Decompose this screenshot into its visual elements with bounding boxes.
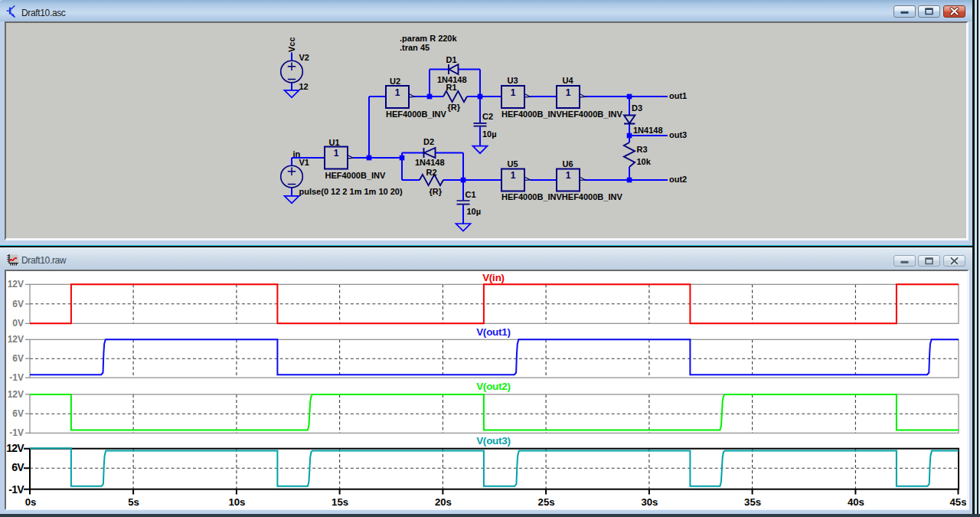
svg-text:D1: D1 — [446, 55, 457, 64]
svg-text:6V: 6V — [12, 299, 24, 309]
svg-text:12V: 12V — [8, 334, 24, 345]
svg-text:V(out2): V(out2) — [476, 381, 511, 392]
svg-text:V1: V1 — [299, 158, 309, 167]
svg-text:6V: 6V — [11, 461, 24, 473]
svg-text:12V: 12V — [6, 442, 24, 454]
svg-text:out1: out1 — [669, 91, 687, 100]
svg-text:-1V: -1V — [9, 427, 24, 438]
svg-text:5s: 5s — [128, 496, 139, 508]
svg-text:Vcc: Vcc — [287, 37, 296, 52]
svg-text:V2: V2 — [299, 53, 309, 62]
svg-text:C2: C2 — [482, 112, 493, 121]
svg-text:pulse(0 12 2 1m 1m 10 20): pulse(0 12 2 1m 1m 10 20) — [299, 187, 403, 196]
svg-text:1N4148: 1N4148 — [415, 158, 445, 167]
svg-text:V(out1): V(out1) — [476, 326, 511, 338]
svg-text:10k: 10k — [637, 157, 652, 166]
svg-text:12V: 12V — [8, 389, 24, 400]
svg-text:-1V: -1V — [8, 483, 24, 496]
svg-text:1: 1 — [566, 170, 571, 181]
svg-text:R1: R1 — [446, 83, 457, 92]
svg-text:6V: 6V — [12, 353, 24, 364]
svg-text:1: 1 — [334, 148, 339, 159]
svg-text:1N4148: 1N4148 — [633, 126, 663, 135]
svg-text:12: 12 — [299, 82, 309, 91]
svg-text:C1: C1 — [466, 190, 476, 199]
svg-text:HEF4000B_INV: HEF4000B_INV — [386, 110, 447, 119]
svg-text:1: 1 — [511, 170, 516, 181]
svg-text:D3: D3 — [632, 103, 642, 113]
svg-text:6V: 6V — [12, 408, 24, 419]
svg-text:V(in): V(in) — [482, 272, 505, 283]
svg-text:40s: 40s — [848, 496, 864, 508]
svg-text:{R}: {R} — [430, 187, 443, 196]
svg-text:in: in — [293, 149, 301, 159]
svg-text:out2: out2 — [669, 175, 687, 184]
svg-text:20s: 20s — [435, 496, 452, 508]
svg-text:-1V: -1V — [9, 372, 24, 383]
svg-text:.param R 220k: .param R 220k — [400, 34, 457, 43]
svg-text:HEF4000B_INVHEF4000B_INV: HEF4000B_INVHEF4000B_INV — [501, 192, 622, 201]
svg-text:1: 1 — [566, 87, 571, 98]
svg-text:45s: 45s — [949, 496, 965, 508]
svg-text:U1: U1 — [329, 138, 340, 147]
svg-text:out3: out3 — [669, 130, 687, 139]
svg-text:.tran 45: .tran 45 — [400, 43, 430, 52]
svg-text:10µ: 10µ — [482, 129, 497, 139]
svg-text:0V: 0V — [12, 318, 24, 329]
svg-text:HEF4000B_INVHEF4000B_INV: HEF4000B_INVHEF4000B_INV — [501, 110, 622, 119]
svg-text:U4: U4 — [563, 76, 574, 85]
svg-text:R3: R3 — [637, 145, 648, 154]
svg-text:10µ: 10µ — [467, 207, 482, 216]
svg-text:U5: U5 — [508, 159, 518, 169]
svg-text:10s: 10s — [228, 496, 245, 508]
svg-text:{R}: {R} — [448, 103, 461, 112]
svg-text:35s: 35s — [744, 496, 761, 508]
svg-text:HEF4000B_INV: HEF4000B_INV — [325, 171, 387, 180]
svg-text:D2: D2 — [423, 137, 434, 146]
svg-text:1: 1 — [511, 87, 516, 98]
svg-text:25s: 25s — [538, 496, 555, 508]
svg-text:U2: U2 — [390, 77, 400, 86]
svg-text:V(out3): V(out3) — [476, 435, 511, 447]
svg-text:1: 1 — [395, 87, 400, 98]
svg-text:0s: 0s — [25, 496, 37, 508]
svg-text:30s: 30s — [641, 496, 658, 508]
svg-text:U3: U3 — [508, 76, 518, 85]
svg-text:R2: R2 — [426, 168, 437, 177]
svg-text:15s: 15s — [332, 496, 348, 508]
svg-text:12V: 12V — [8, 279, 24, 290]
svg-text:U6: U6 — [563, 159, 573, 169]
